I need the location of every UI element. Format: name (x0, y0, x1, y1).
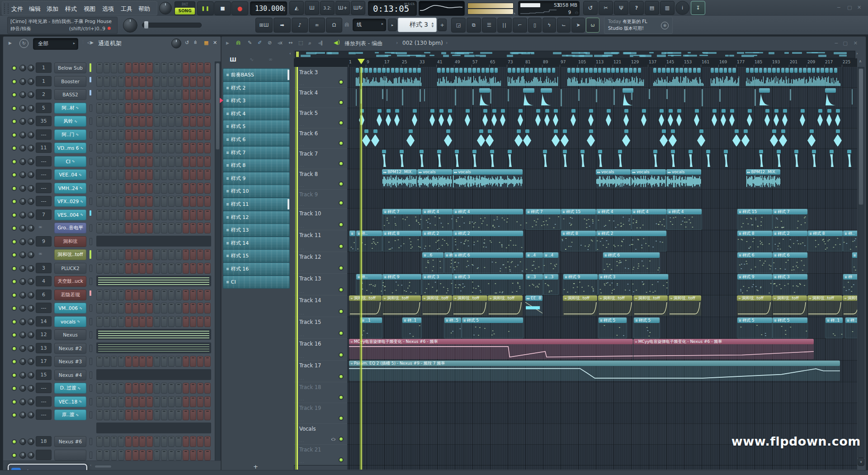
channel-pan-knob[interactable] (19, 185, 26, 192)
step-cell[interactable] (111, 303, 117, 314)
bpm-value[interactable]: 130.000 (255, 5, 283, 13)
audio-clip-tab[interactable] (781, 129, 785, 133)
automation-clip[interactable]: ∞洞和弦..toff (669, 295, 701, 316)
audio-clip-tab[interactable] (790, 68, 793, 73)
audio-clip-tab[interactable] (638, 68, 642, 73)
step-cell[interactable] (183, 223, 189, 233)
channel-volume-knob[interactable] (28, 412, 34, 418)
step-cell[interactable] (197, 89, 203, 100)
channel-display[interactable]: --- (36, 156, 52, 166)
step-cell[interactable] (146, 169, 153, 180)
clip-label[interactable]: ▸▸vocals (666, 169, 701, 175)
channel-pan-knob[interactable] (19, 358, 26, 365)
step-cell[interactable] (139, 116, 146, 127)
pattern-clip[interactable]: ≣样..5 (444, 317, 462, 338)
step-cell[interactable] (104, 396, 110, 407)
clip-label[interactable]: ≣样.. (444, 252, 453, 258)
song-info-panel[interactable]: [Cirno] 半吨兄弟 - 别怕我伤..子康 Prog House Mix )… (7, 17, 118, 34)
audio-clip-tab[interactable] (534, 68, 538, 73)
channel-display[interactable]: --- (36, 409, 52, 420)
step-cell[interactable] (118, 76, 124, 87)
step-cell[interactable] (204, 409, 211, 420)
audio-clip-tab[interactable] (616, 68, 619, 73)
step-cell[interactable] (111, 209, 117, 220)
step-cell[interactable] (125, 129, 132, 140)
step-cell[interactable] (183, 209, 189, 220)
audio-clip-tab[interactable] (477, 68, 481, 73)
clip-label[interactable]: ≣样式 3 (453, 274, 523, 280)
step-cell[interactable] (175, 356, 182, 367)
time-display[interactable]: 0:13:05 M:S:CS (368, 1, 417, 16)
track-name[interactable]: Track 6 (299, 130, 318, 137)
record-button[interactable]: ● (231, 1, 248, 15)
track-lane[interactable]: ≣样式 7≣样式 4≣样式 4≣样式 7≣样式 15≣样式 4≣样式 4≣样式 … (347, 208, 857, 230)
channel-pan-knob[interactable] (19, 265, 26, 272)
step-cell[interactable] (118, 129, 124, 140)
step-cell[interactable] (175, 436, 182, 447)
step-cell[interactable] (204, 183, 211, 194)
audio-sliver[interactable] (455, 89, 456, 105)
step-cell[interactable] (139, 356, 146, 367)
track-header[interactable]: Track 3... (294, 67, 347, 88)
audio-clip-tab[interactable] (563, 150, 567, 153)
clip-label[interactable]: ≣样式 2 (422, 231, 453, 236)
channel-pan-knob[interactable] (19, 65, 26, 71)
step-cell[interactable] (183, 396, 189, 407)
step-cell[interactable] (154, 249, 160, 260)
step-cell[interactable] (197, 409, 203, 420)
pattern-clip[interactable]: ≣..3 (525, 274, 543, 295)
step-cell[interactable] (168, 76, 175, 87)
pattern-clip[interactable]: ≣样式 2 (453, 230, 524, 252)
step-cell[interactable] (197, 129, 203, 140)
track-name[interactable]: Track 10 (299, 210, 321, 217)
pattern-item[interactable]: ≣样式 12 (223, 211, 290, 224)
clip-label[interactable]: ∞洞和弦..toff (843, 295, 857, 301)
automation-clip[interactable]: ∞洞和弦..toff (807, 295, 842, 316)
step-cell[interactable] (146, 196, 153, 207)
step-cell[interactable] (161, 383, 167, 394)
channel-button[interactable]: PLUCK2 (54, 263, 86, 274)
audio-clip-tab[interactable] (834, 68, 838, 73)
track-lane[interactable] (347, 382, 857, 403)
clip-label[interactable]: ∞洞和弦..toff (669, 295, 701, 301)
step-cell[interactable] (146, 142, 153, 153)
clip-label[interactable]: ≣样..1 (826, 318, 843, 323)
slide-note-icon[interactable]: ♪ (292, 18, 308, 33)
step-cell[interactable] (111, 409, 117, 420)
step-cell[interactable] (168, 196, 175, 207)
channel-button[interactable]: 风铃∿ (54, 116, 86, 127)
step-cell[interactable] (183, 129, 189, 140)
clip-label[interactable]: ≣样.. (843, 231, 857, 236)
track-name[interactable]: Track 4 (299, 90, 318, 96)
channel-led[interactable] (12, 346, 17, 351)
pattern-clip[interactable]: ≣样式 2 (772, 230, 808, 252)
step-cell[interactable] (183, 183, 189, 194)
step-cell[interactable] (111, 142, 117, 153)
track-led[interactable] (339, 266, 344, 271)
step-cell[interactable] (146, 62, 153, 73)
pattern-clip[interactable]: ≣..1 (360, 317, 382, 338)
audio-clip-tab[interactable] (490, 68, 494, 73)
channel-pan-knob[interactable] (19, 252, 26, 258)
channel-volume-knob[interactable] (28, 105, 34, 112)
step-cell[interactable] (197, 356, 203, 367)
step-cell[interactable] (161, 303, 167, 314)
step-cell[interactable] (118, 116, 124, 127)
step-cell[interactable] (190, 249, 196, 260)
audio-clip-tab[interactable] (554, 129, 558, 133)
step-cell[interactable] (96, 450, 103, 461)
typing-keyboard-icon[interactable]: Ш+ (335, 1, 350, 15)
step-cell[interactable] (168, 89, 175, 100)
track-led[interactable] (339, 374, 344, 379)
step-cell[interactable] (204, 223, 211, 233)
step-cell[interactable] (111, 249, 117, 260)
channel-button[interactable]: 天空鼓..uck (54, 276, 86, 287)
channel-display[interactable]: 14 (36, 316, 52, 327)
audio-clip-tab[interactable] (382, 68, 386, 73)
channel-pan-knob[interactable] (19, 238, 26, 245)
step-cell[interactable] (111, 76, 117, 87)
audio-clip-tab[interactable] (623, 88, 633, 93)
audio-clip-tab[interactable] (543, 68, 547, 73)
step-cell[interactable] (104, 409, 110, 420)
track-header[interactable]: Track 17... (294, 360, 347, 382)
